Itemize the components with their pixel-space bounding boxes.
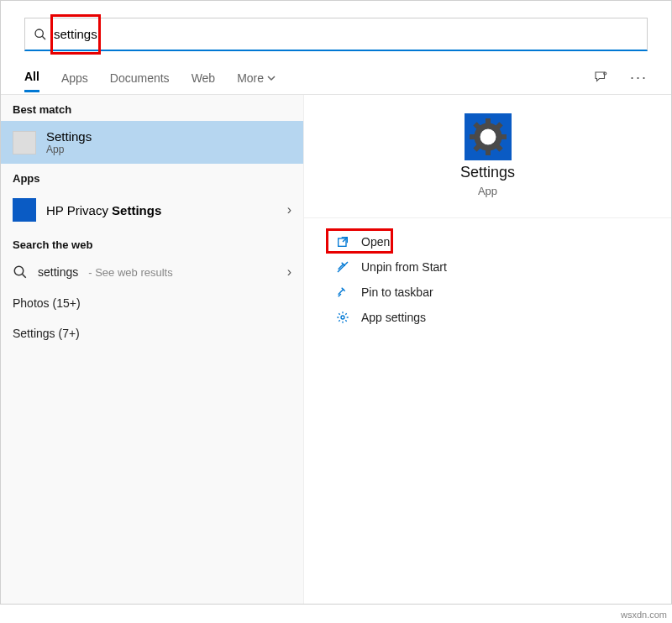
result-photos[interactable]: Photos (15+): [1, 288, 303, 318]
action-label: Pin to taskbar: [361, 285, 433, 299]
more-options-icon[interactable]: ···: [630, 70, 648, 85]
preview-title: Settings: [460, 164, 515, 181]
tab-more[interactable]: More: [237, 63, 276, 92]
web-hint: - See web results: [88, 266, 172, 279]
chevron-down-icon: [267, 74, 276, 82]
tab-documents[interactable]: Documents: [110, 63, 170, 92]
action-unpin[interactable]: Unpin from Start: [329, 255, 646, 279]
svg-point-3: [14, 266, 24, 275]
search-icon: [13, 264, 28, 280]
result-title: HP Privacy Settings: [46, 203, 161, 217]
result-settings-app[interactable]: Settings App: [1, 121, 303, 164]
action-open[interactable]: Open: [329, 230, 646, 254]
search-icon: [34, 28, 47, 41]
svg-point-17: [483, 132, 493, 142]
results-list: Best match Settings App Apps HP Privacy …: [1, 95, 303, 604]
preview-actions: Open Unpin from Start Pin to taskbar App…: [304, 218, 671, 341]
action-label: Open: [361, 235, 390, 249]
result-sub: App: [46, 144, 92, 155]
settings-icon-placeholder: [13, 131, 36, 154]
results-body: Best match Settings App Apps HP Privacy …: [1, 95, 671, 604]
action-label: Unpin from Start: [361, 260, 447, 274]
preview-header: Settings App: [304, 110, 671, 218]
search-box[interactable]: [24, 18, 648, 51]
chevron-right-icon: ›: [287, 264, 291, 280]
result-text: Settings App: [46, 129, 92, 155]
search-input[interactable]: [54, 27, 638, 41]
preview-pane: Settings App Open Unpin from Start Pin t…: [303, 95, 671, 604]
preview-sub: App: [478, 185, 497, 197]
svg-point-2: [604, 72, 606, 75]
pin-icon: [336, 285, 349, 299]
tab-apps[interactable]: Apps: [61, 63, 88, 92]
feedback-icon[interactable]: [593, 70, 608, 85]
tab-all[interactable]: All: [24, 61, 39, 92]
gear-icon: [461, 110, 515, 164]
result-title: Settings: [46, 129, 92, 144]
section-apps: Apps: [1, 164, 303, 190]
filter-tabs: All Apps Documents Web More ···: [1, 60, 671, 95]
result-settings-group[interactable]: Settings (7+): [1, 318, 303, 348]
web-term: settings: [38, 265, 78, 279]
section-search-web: Search the web: [1, 230, 303, 256]
tab-web[interactable]: Web: [192, 63, 216, 92]
unpin-icon: [336, 260, 349, 274]
open-icon: [336, 235, 349, 249]
watermark: wsxdn.com: [621, 610, 667, 620]
search-window: All Apps Documents Web More ··· Best mat…: [0, 0, 672, 605]
hp-privacy-icon: [13, 198, 36, 222]
svg-line-4: [23, 275, 26, 278]
tab-more-label: More: [237, 71, 264, 85]
gear-icon: [336, 311, 349, 324]
chevron-right-icon: ›: [287, 202, 291, 217]
search-bar-container: [1, 1, 671, 60]
action-pin-taskbar[interactable]: Pin to taskbar: [329, 280, 646, 304]
svg-point-0: [35, 29, 43, 37]
result-web-search[interactable]: settings - See web results ›: [1, 256, 303, 288]
section-best-match: Best match: [1, 95, 303, 121]
result-text: HP Privacy Settings: [46, 203, 161, 217]
action-app-settings[interactable]: App settings: [329, 306, 646, 329]
svg-point-20: [341, 316, 344, 319]
result-hp-privacy[interactable]: HP Privacy Settings ›: [1, 190, 303, 230]
svg-line-1: [42, 36, 45, 39]
action-label: App settings: [361, 311, 426, 324]
